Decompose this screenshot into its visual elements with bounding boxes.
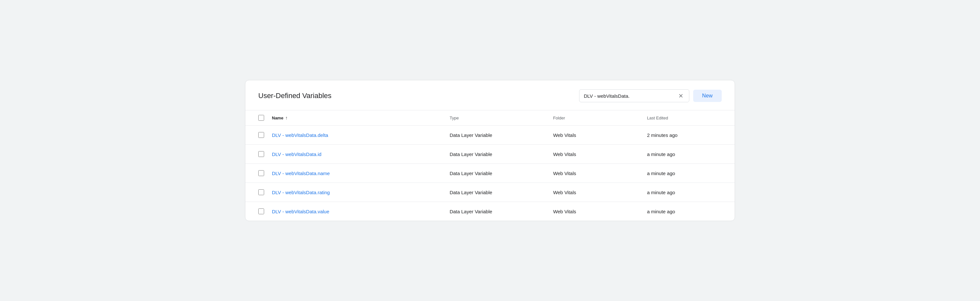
- row-type-cell: Data Layer Variable: [443, 183, 546, 202]
- header-right: New: [579, 89, 722, 102]
- row-edited-cell: a minute ago: [640, 145, 735, 164]
- row-checkbox[interactable]: [258, 170, 264, 176]
- row-checkbox[interactable]: [258, 132, 264, 138]
- row-folder-cell: Web Vitals: [547, 164, 641, 183]
- row-type-cell: Data Layer Variable: [443, 145, 546, 164]
- row-folder-cell: Web Vitals: [547, 202, 641, 221]
- sort-arrow-icon: ↑: [285, 115, 288, 120]
- row-name-cell: DLV - webVitalsData.id: [264, 145, 443, 164]
- variable-link[interactable]: DLV - webVitalsData.value: [272, 209, 329, 214]
- row-type-cell: Data Layer Variable: [443, 164, 546, 183]
- search-box: [579, 89, 689, 102]
- row-checkbox[interactable]: [258, 151, 264, 157]
- main-panel: User-Defined Variables New: [245, 80, 735, 221]
- variable-link[interactable]: DLV - webVitalsData.delta: [272, 132, 328, 138]
- select-all-checkbox[interactable]: [258, 115, 264, 121]
- row-checkbox-cell: [245, 183, 264, 202]
- row-type-cell: Data Layer Variable: [443, 125, 546, 145]
- row-edited-cell: 2 minutes ago: [640, 125, 735, 145]
- variable-link[interactable]: DLV - webVitalsData.id: [272, 152, 321, 157]
- row-checkbox-cell: [245, 145, 264, 164]
- row-checkbox-cell: [245, 202, 264, 221]
- table-header-row: Name ↑ Type Folder Last Edited: [245, 110, 735, 125]
- table-row: DLV - webVitalsData.id Data Layer Variab…: [245, 145, 735, 164]
- row-name-cell: DLV - webVitalsData.name: [264, 164, 443, 183]
- th-last-edited: Last Edited: [640, 110, 735, 125]
- variable-link[interactable]: DLV - webVitalsData.rating: [272, 190, 330, 195]
- row-edited-cell: a minute ago: [640, 202, 735, 221]
- search-clear-button[interactable]: [677, 92, 684, 99]
- table-row: DLV - webVitalsData.rating Data Layer Va…: [245, 183, 735, 202]
- row-folder-cell: Web Vitals: [547, 125, 641, 145]
- row-checkbox[interactable]: [258, 189, 264, 195]
- row-checkbox-cell: [245, 125, 264, 145]
- table-row: DLV - webVitalsData.value Data Layer Var…: [245, 202, 735, 221]
- th-folder: Folder: [547, 110, 641, 125]
- row-name-cell: DLV - webVitalsData.value: [264, 202, 443, 221]
- close-icon: [678, 93, 684, 99]
- row-edited-cell: a minute ago: [640, 183, 735, 202]
- row-checkbox[interactable]: [258, 208, 264, 214]
- page-title: User-Defined Variables: [258, 92, 331, 100]
- row-name-cell: DLV - webVitalsData.delta: [264, 125, 443, 145]
- variable-link[interactable]: DLV - webVitalsData.name: [272, 171, 330, 176]
- row-type-cell: Data Layer Variable: [443, 202, 546, 221]
- variables-table: Name ↑ Type Folder Last Edited: [245, 110, 735, 221]
- table-row: DLV - webVitalsData.delta Data Layer Var…: [245, 125, 735, 145]
- row-edited-cell: a minute ago: [640, 164, 735, 183]
- th-name: Name ↑: [264, 110, 443, 125]
- search-input[interactable]: [584, 93, 675, 99]
- row-folder-cell: Web Vitals: [547, 183, 641, 202]
- th-type: Type: [443, 110, 546, 125]
- th-checkbox: [245, 110, 264, 125]
- new-button[interactable]: New: [693, 90, 722, 102]
- row-checkbox-cell: [245, 164, 264, 183]
- row-name-cell: DLV - webVitalsData.rating: [264, 183, 443, 202]
- row-folder-cell: Web Vitals: [547, 145, 641, 164]
- table-row: DLV - webVitalsData.name Data Layer Vari…: [245, 164, 735, 183]
- header: User-Defined Variables New: [245, 80, 735, 110]
